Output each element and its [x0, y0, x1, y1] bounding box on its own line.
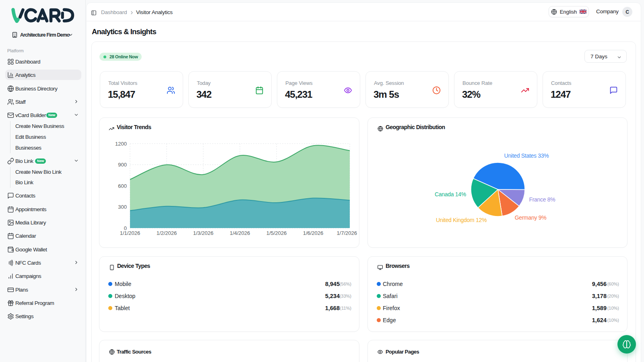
svg-text:1/6/2026: 1/6/2026 [303, 230, 324, 236]
svg-text:1/1/2026: 1/1/2026 [120, 230, 140, 236]
svg-text:1/7/2026: 1/7/2026 [336, 230, 357, 236]
svg-text:1200: 1200 [115, 141, 127, 147]
svg-text:900: 900 [118, 162, 127, 168]
svg-text:300: 300 [118, 204, 127, 210]
svg-text:1/2/2026: 1/2/2026 [157, 230, 177, 236]
svg-text:1/4/2026: 1/4/2026 [230, 230, 250, 236]
svg-text:600: 600 [118, 183, 127, 189]
svg-text:1/3/2026: 1/3/2026 [193, 230, 214, 236]
svg-text:1/5/2026: 1/5/2026 [266, 230, 287, 236]
